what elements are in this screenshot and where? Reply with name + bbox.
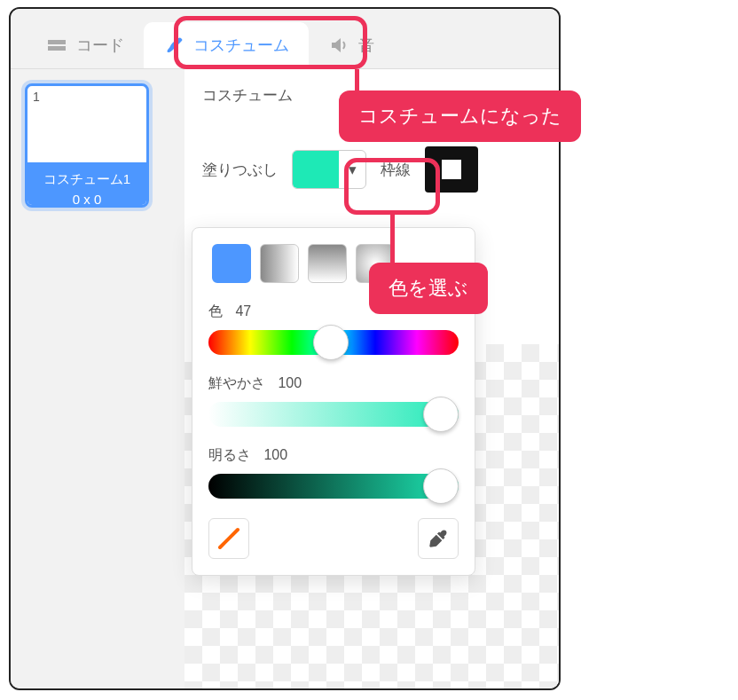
saturation-value: 100 [278,375,302,390]
swap-colors-button[interactable] [208,518,249,559]
hue-slider-thumb[interactable] [313,325,349,360]
costume-name-label: コスチューム [202,85,293,106]
tab-code-label: コード [76,35,124,56]
svg-rect-0 [48,40,66,44]
costume-sidebar: 1 コスチューム1 0 x 0 [11,69,184,688]
tab-sounds[interactable]: 音 [309,22,394,68]
thumb-size: 0 x 0 [31,190,143,208]
fill-row: 塗りつぶし ▾ 枠線 [202,146,541,193]
fill-swatch [293,151,339,188]
eyedropper-icon [427,527,450,550]
outline-color-button[interactable] [425,146,478,193]
saturation-label: 鮮やかさ [208,375,265,390]
color-picker-tools [208,518,459,559]
chevron-down-icon: ▾ [339,161,365,179]
hue-slider[interactable] [208,330,459,355]
tab-code[interactable]: コード [27,22,144,68]
sound-icon [328,35,349,56]
swap-icon [216,526,241,551]
callout-became-costume: コスチュームになった [339,90,581,142]
brightness-slider-thumb[interactable] [423,468,459,504]
saturation-slider[interactable] [208,402,459,427]
brightness-label: 明るさ [208,447,251,462]
saturation-slider-group: 鮮やかさ 100 [208,374,459,427]
tab-sounds-label: 音 [358,35,374,56]
outline-label: 枠線 [381,160,411,180]
svg-line-2 [220,530,238,547]
thumb-label: コスチューム1 0 x 0 [27,162,146,208]
thumb-preview [27,107,146,162]
svg-rect-1 [48,46,66,51]
hue-value: 47 [235,303,251,319]
saturation-slider-thumb[interactable] [423,397,459,432]
fill-color-button[interactable]: ▾ [292,150,366,189]
brightness-slider-group: 明るさ 100 [208,446,459,499]
fill-label: 塗りつぶし [202,160,278,180]
gradient-solid-button[interactable] [212,244,251,283]
tab-costumes[interactable]: コスチューム [144,22,309,68]
editor-tabs: コード コスチューム 音 [11,9,559,69]
gradient-horizontal-button[interactable] [260,244,299,283]
costume-thumbnail[interactable]: 1 コスチューム1 0 x 0 [25,83,149,208]
code-icon [46,35,67,56]
brush-icon [163,35,184,56]
brightness-slider[interactable] [208,474,459,499]
tab-costumes-label: コスチューム [193,35,289,56]
eyedropper-button[interactable] [418,518,459,559]
callout-choose-color: 色を選ぶ [369,263,488,314]
brightness-label-row: 明るさ 100 [208,446,459,465]
saturation-label-row: 鮮やかさ 100 [208,374,459,393]
outline-swatch [442,160,461,179]
thumb-name: コスチューム1 [31,169,143,190]
connector-2 [390,215,395,266]
brightness-value: 100 [263,447,287,462]
thumb-index: 1 [27,86,146,107]
hue-label: 色 [208,303,223,319]
gradient-vertical-button[interactable] [308,244,347,283]
